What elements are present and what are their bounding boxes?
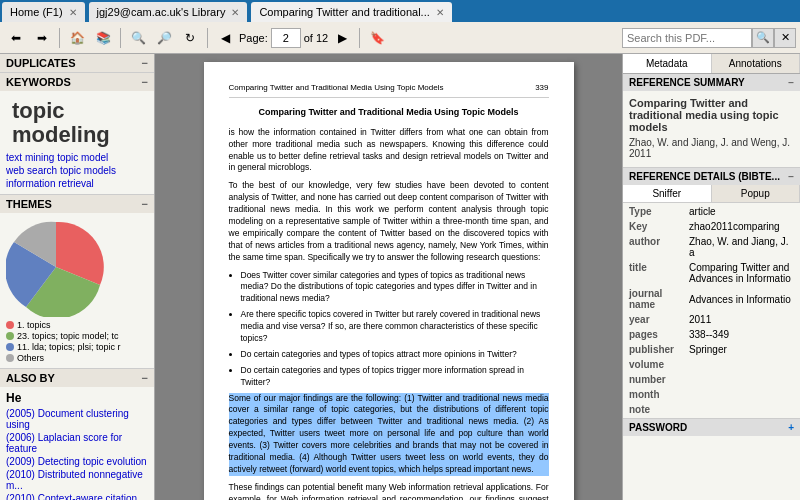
legend-dot-4	[6, 354, 14, 362]
doc-header: Comparing Twitter and Traditional Media …	[229, 82, 549, 98]
ref-summary-header: REFERENCE SUMMARY −	[623, 74, 800, 91]
legend-item-4: Others	[6, 353, 148, 363]
table-row: titleComparing Twitter and Advances in I…	[625, 261, 798, 285]
legend-item-1: 1. topics	[6, 320, 148, 330]
duplicates-label: DUPLICATES	[6, 57, 75, 69]
keyword-main: topic modeling	[6, 95, 148, 151]
themes-header[interactable]: THEMES −	[0, 195, 154, 213]
prev-page-btn[interactable]: ◀	[213, 26, 237, 50]
ref-details-section: REFERENCE DETAILS (BIBTE... − Sniffer Po…	[623, 168, 800, 419]
duplicates-collapse[interactable]: −	[142, 57, 148, 69]
doc-para-1: is how the information contained in Twit…	[229, 127, 549, 175]
tab-home-label: Home (F1)	[10, 6, 63, 18]
tab-paper[interactable]: Comparing Twitter and traditional... ✕	[251, 2, 451, 22]
keywords-collapse[interactable]: −	[142, 76, 148, 88]
duplicates-header[interactable]: DUPLICATES −	[0, 54, 154, 72]
doc-para-3: These findings can potential benefit man…	[229, 482, 549, 500]
next-page-btn[interactable]: ▶	[330, 26, 354, 50]
ref-summary-section: REFERENCE SUMMARY − Comparing Twitter an…	[623, 74, 800, 168]
page-input[interactable]	[271, 28, 301, 48]
password-add-btn[interactable]: +	[788, 422, 794, 433]
keyword-3[interactable]: information retrieval	[6, 177, 148, 190]
search-btn[interactable]: 🔍	[752, 28, 774, 48]
tab-home[interactable]: Home (F1) ✕	[2, 2, 85, 22]
legend-item-2: 23. topics; topic model; tc	[6, 331, 148, 341]
tab-library[interactable]: jgj29@cam.ac.uk's Library ✕	[89, 2, 248, 22]
rotate-btn[interactable]: ↻	[178, 26, 202, 50]
ref-table: TypearticleKeyzhao2011comparingauthorZha…	[623, 203, 800, 418]
sep1	[59, 28, 60, 48]
themes-section: THEMES − 1. topics	[0, 195, 154, 369]
table-row: month	[625, 388, 798, 401]
field-key: pages	[625, 328, 685, 341]
field-key: number	[625, 373, 685, 386]
field-key: Key	[625, 220, 685, 233]
ref-title: Comparing Twitter and traditional media …	[629, 97, 794, 133]
list-item-2: Are there specific topics covered in Twi…	[241, 309, 549, 345]
home-btn[interactable]: 🏠	[65, 26, 89, 50]
tab-annotations[interactable]: Annotations	[712, 54, 801, 73]
tab-paper-close[interactable]: ✕	[436, 7, 444, 18]
password-header[interactable]: PASSWORD +	[623, 419, 800, 436]
also-by-3[interactable]: (2010) Distributed nonnegative m...	[6, 468, 148, 492]
toolbar: ⬅ ➡ 🏠 📚 🔍 🔎 ↻ ◀ Page: of 12 ▶ 🔖 🔍 ✕	[0, 22, 800, 54]
themes-collapse[interactable]: −	[142, 198, 148, 210]
tab-paper-label: Comparing Twitter and traditional...	[259, 6, 429, 18]
field-key: publisher	[625, 343, 685, 356]
also-by-1[interactable]: (2006) Laplacian score for feature	[6, 431, 148, 455]
left-sidebar: DUPLICATES − KEYWORDS − topic modeling t…	[0, 54, 155, 500]
keywords-content: topic modeling text mining topic model w…	[0, 91, 154, 194]
also-by-collapse[interactable]: −	[142, 372, 148, 384]
doc-para-2: To the best of our knowledge, very few s…	[229, 180, 549, 263]
library-btn[interactable]: 📚	[91, 26, 115, 50]
det-tab-sniffer[interactable]: Sniffer	[623, 185, 712, 202]
keyword-2[interactable]: web search topic models	[6, 164, 148, 177]
also-by-initial: He	[6, 389, 148, 407]
tab-home-close[interactable]: ✕	[69, 7, 77, 18]
forward-btn[interactable]: ➡	[30, 26, 54, 50]
sep4	[359, 28, 360, 48]
also-by-4[interactable]: (2010) Context-aware citation rec	[6, 492, 148, 500]
field-value	[687, 388, 798, 401]
sep3	[207, 28, 208, 48]
ref-details-collapse[interactable]: −	[788, 171, 794, 182]
det-tab-popup[interactable]: Popup	[712, 185, 801, 202]
keywords-header[interactable]: KEYWORDS −	[0, 73, 154, 91]
also-by-0[interactable]: (2005) Document clustering using	[6, 407, 148, 431]
back-btn[interactable]: ⬅	[4, 26, 28, 50]
doc-header-left: Comparing Twitter and Traditional Media …	[229, 82, 444, 93]
field-value: Comparing Twitter and Advances in Inform…	[687, 261, 798, 285]
zoom-in-btn[interactable]: 🔎	[152, 26, 176, 50]
field-key: Type	[625, 205, 685, 218]
search-box: 🔍 ✕	[622, 28, 796, 48]
tab-library-close[interactable]: ✕	[231, 7, 239, 18]
page-total: 12	[316, 32, 328, 44]
table-row: volume	[625, 358, 798, 371]
field-value: 338--349	[687, 328, 798, 341]
search-clear-btn[interactable]: ✕	[774, 28, 796, 48]
pie-legend: 1. topics 23. topics; topic model; tc 11…	[6, 320, 148, 363]
zoom-out-btn[interactable]: 🔍	[126, 26, 150, 50]
field-value: Springer	[687, 343, 798, 356]
doc-page: Comparing Twitter and Traditional Media …	[204, 62, 574, 500]
bookmark-btn[interactable]: 🔖	[365, 26, 389, 50]
keywords-label: KEYWORDS	[6, 76, 71, 88]
also-by-header[interactable]: ALSO BY −	[0, 369, 154, 387]
table-row: Keyzhao2011comparing	[625, 220, 798, 233]
tab-library-label: jgj29@cam.ac.uk's Library	[97, 6, 226, 18]
search-input[interactable]	[622, 28, 752, 48]
field-key: title	[625, 261, 685, 285]
field-value: article	[687, 205, 798, 218]
field-key: journal name	[625, 287, 685, 311]
field-value	[687, 373, 798, 386]
keyword-1[interactable]: text mining topic model	[6, 151, 148, 164]
tab-metadata[interactable]: Metadata	[623, 54, 712, 73]
field-value: zhao2011comparing	[687, 220, 798, 233]
table-row: note	[625, 403, 798, 416]
table-row: Typearticle	[625, 205, 798, 218]
ref-summary-collapse[interactable]: −	[788, 77, 794, 88]
ref-summary-content: Comparing Twitter and traditional media …	[623, 91, 800, 167]
doc-list: Does Twitter cover similar categories an…	[241, 270, 549, 389]
page-nav: Page: of 12	[239, 28, 328, 48]
also-by-2[interactable]: (2009) Detecting topic evolution	[6, 455, 148, 468]
